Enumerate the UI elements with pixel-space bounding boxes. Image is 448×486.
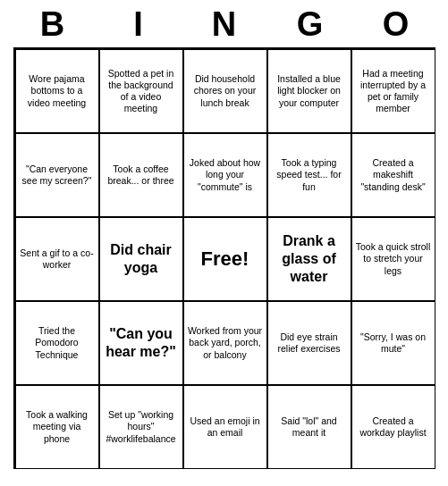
cell-8[interactable]: Took a typing speed test... for fun xyxy=(267,133,351,217)
cell-5[interactable]: "Can everyone see my screen?" xyxy=(15,133,99,217)
cell-free[interactable]: Free! xyxy=(183,217,267,301)
cell-15[interactable]: Tried the Pomodoro Technique xyxy=(15,301,99,385)
letter-g: G xyxy=(271,5,350,44)
cell-24[interactable]: Created a workday playlist xyxy=(351,385,435,469)
letter-i: I xyxy=(99,5,178,44)
cell-11[interactable]: Did chair yoga xyxy=(99,217,183,301)
letter-o: O xyxy=(357,5,435,44)
cell-7[interactable]: Joked about how long your "commute" is xyxy=(183,133,267,217)
cell-13[interactable]: Drank a glass of water xyxy=(267,217,351,301)
letter-n: N xyxy=(185,5,264,44)
bingo-grid: Wore pajama bottoms to a video meeting S… xyxy=(13,47,435,469)
cell-3[interactable]: Installed a blue light blocker on your c… xyxy=(267,49,351,133)
letter-b: B xyxy=(13,5,92,44)
cell-2[interactable]: Did household chores on your lunch break xyxy=(183,49,267,133)
cell-18[interactable]: Did eye strain relief exercises xyxy=(267,301,351,385)
cell-0[interactable]: Wore pajama bottoms to a video meeting xyxy=(15,49,99,133)
cell-10[interactable]: Sent a gif to a co-worker xyxy=(15,217,99,301)
cell-19[interactable]: "Sorry, I was on mute" xyxy=(351,301,435,385)
cell-6[interactable]: Took a coffee break... or three xyxy=(99,133,183,217)
cell-4[interactable]: Had a meeting interrupted by a pet or fa… xyxy=(351,49,435,133)
cell-14[interactable]: Took a quick stroll to stretch your legs xyxy=(351,217,435,301)
cell-21[interactable]: Set up "working hours" #worklifebalance xyxy=(99,385,183,469)
cell-16[interactable]: "Can you hear me?" xyxy=(99,301,183,385)
cell-22[interactable]: Used an emoji in an email xyxy=(183,385,267,469)
cell-20[interactable]: Took a walking meeting via phone xyxy=(15,385,99,469)
cell-17[interactable]: Worked from your back yard, porch, or ba… xyxy=(183,301,267,385)
cell-23[interactable]: Said "lol" and meant it xyxy=(267,385,351,469)
cell-1[interactable]: Spotted a pet in the background of a vid… xyxy=(99,49,183,133)
bingo-title: B I N G O xyxy=(10,0,439,47)
cell-9[interactable]: Created a makeshift "standing desk" xyxy=(351,133,435,217)
